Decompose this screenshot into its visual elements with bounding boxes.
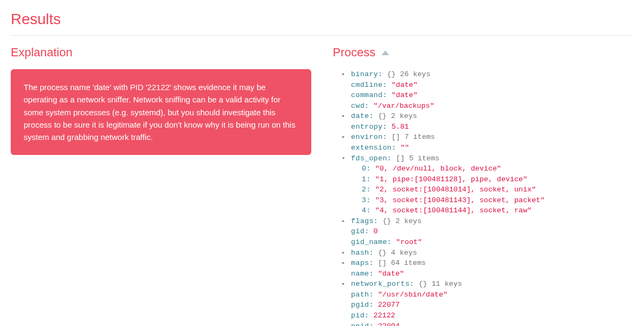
- tree-key: ppid:: [351, 322, 374, 327]
- expand-icon[interactable]: ▸: [340, 218, 347, 226]
- tree-row: extension: "": [333, 143, 633, 153]
- tree-value: "/var/backups": [374, 102, 434, 110]
- tree-key: extension:: [351, 144, 396, 152]
- tree-row: entropy: 5.81: [333, 122, 633, 132]
- tree-key: entropy:: [351, 123, 387, 131]
- tree-key: date:: [351, 112, 374, 120]
- tree-brace: []: [391, 133, 400, 141]
- tree-row: name: "date": [333, 269, 633, 279]
- tree-key: cmdline:: [351, 81, 387, 89]
- tree-row[interactable]: ▸ date: {} 2 keys: [333, 111, 633, 122]
- tree-key: fds_open:: [351, 154, 392, 162]
- tree-brace: {}: [387, 70, 396, 78]
- tree-meta: 4 keys: [391, 249, 418, 257]
- tree-value: "1, pipe:[100481128], pipe, device": [375, 175, 528, 183]
- tree-value: "date": [391, 81, 418, 89]
- tree-key: gid_name:: [351, 238, 392, 246]
- expand-icon[interactable]: ▸: [340, 71, 347, 79]
- tree-meta: 2 keys: [396, 217, 422, 225]
- tree-value: "2, socket:[100481014], socket, unix": [375, 186, 536, 194]
- collapse-icon[interactable]: ▾: [340, 155, 347, 163]
- expand-icon[interactable]: ▸: [340, 260, 347, 268]
- tree-row: pid: 22122: [333, 310, 633, 321]
- explanation-body: The process name 'date' with PID '22122'…: [24, 83, 295, 142]
- tree-key: environ:: [351, 133, 387, 141]
- tree-row: 0: "0, /dev/null, block, device": [333, 164, 633, 174]
- tree-value: 22077: [378, 301, 400, 309]
- tree-value: "": [400, 144, 409, 152]
- tree-brace: []: [378, 259, 386, 267]
- tree-key: network_ports:: [351, 280, 414, 288]
- tree-key: maps:: [351, 259, 374, 267]
- expand-icon[interactable]: ▸: [340, 134, 347, 142]
- process-tree: ▸ binary: {} 26 keys cmdline: "date" com…: [333, 69, 633, 326]
- tree-key: path:: [351, 291, 374, 299]
- tree-key: 2:: [362, 186, 371, 194]
- tree-row[interactable]: ▸ flags: {} 2 keys: [333, 216, 633, 227]
- tree-row: 3: "3, socket:[100481143], socket, packe…: [333, 195, 633, 206]
- tree-key: 3:: [362, 196, 371, 204]
- tree-row: command: "date": [333, 90, 633, 101]
- tree-row: ppid: 22094: [333, 321, 633, 327]
- tree-meta: 26 keys: [400, 70, 430, 78]
- tree-brace: []: [396, 154, 405, 162]
- tree-row[interactable]: ▸ binary: {} 26 keys: [333, 69, 633, 80]
- tree-value: "3, socket:[100481143], socket, packet": [375, 196, 545, 204]
- tree-row[interactable]: ▸ network_ports: {} 11 keys: [333, 279, 633, 290]
- process-heading[interactable]: Process: [333, 46, 633, 60]
- tree-key: hash:: [351, 249, 374, 257]
- process-column: Process ▸ binary: {} 26 keys cmdline: "d…: [333, 46, 633, 326]
- explanation-column: Explanation The process name 'date' with…: [11, 46, 311, 326]
- tree-value: 5.81: [391, 123, 408, 131]
- tree-value: "date": [391, 91, 418, 99]
- tree-row: 4: "4, socket:[100481144], socket, raw": [333, 205, 633, 216]
- page-title: Results: [11, 11, 633, 28]
- tree-row[interactable]: ▾ fds_open: [] 5 items: [333, 153, 633, 164]
- tree-brace: {}: [378, 112, 386, 120]
- tree-key: gid:: [351, 227, 369, 235]
- tree-key: 4:: [362, 206, 371, 214]
- content-columns: Explanation The process name 'date' with…: [11, 46, 633, 326]
- tree-row: gid_name: "root": [333, 237, 633, 248]
- expand-icon[interactable]: ▸: [340, 113, 347, 121]
- tree-row: 1: "1, pipe:[100481128], pipe, device": [333, 174, 633, 185]
- tree-row: 2: "2, socket:[100481014], socket, unix": [333, 184, 633, 195]
- tree-row: gid: 0: [333, 226, 633, 237]
- tree-brace: {}: [378, 249, 386, 257]
- tree-value: 22122: [374, 312, 396, 320]
- tree-value: 22094: [378, 322, 400, 327]
- tree-brace: {}: [383, 217, 391, 225]
- tree-value: "root": [396, 238, 422, 246]
- tree-key: pid:: [351, 312, 369, 320]
- tree-key: 0:: [362, 165, 371, 173]
- tree-key: name:: [351, 270, 374, 278]
- tree-meta: 7 items: [405, 133, 435, 141]
- tree-value: "/usr/sbin/date": [378, 291, 448, 299]
- explanation-alert: The process name 'date' with PID '22122'…: [11, 69, 311, 155]
- explanation-heading: Explanation: [11, 46, 311, 60]
- expand-icon[interactable]: ▸: [340, 249, 347, 257]
- tree-meta: 2 keys: [391, 112, 418, 120]
- tree-key: cwd:: [351, 102, 369, 110]
- tree-row[interactable]: ▸ environ: [] 7 items: [333, 132, 633, 143]
- collapse-up-icon[interactable]: [382, 50, 389, 55]
- process-heading-text: Process: [333, 46, 375, 60]
- tree-meta: 5 items: [409, 154, 440, 162]
- tree-value: "4, socket:[100481144], socket, raw": [375, 206, 532, 214]
- tree-key: 1:: [362, 175, 371, 183]
- tree-row: path: "/usr/sbin/date": [333, 290, 633, 300]
- tree-row: cmdline: "date": [333, 80, 633, 91]
- tree-key: pgid:: [351, 301, 374, 309]
- tree-row[interactable]: ▸ maps: [] 64 items: [333, 258, 633, 269]
- tree-value: "0, /dev/null, block, device": [375, 165, 501, 173]
- tree-row: pgid: 22077: [333, 300, 633, 310]
- divider: [11, 35, 633, 36]
- tree-key: binary:: [351, 70, 383, 78]
- tree-brace: {}: [419, 280, 427, 288]
- tree-value: "date": [378, 270, 404, 278]
- tree-row[interactable]: ▸ hash: {} 4 keys: [333, 248, 633, 258]
- tree-meta: 64 items: [391, 259, 426, 267]
- tree-meta: 11 keys: [431, 280, 462, 288]
- tree-row: cwd: "/var/backups": [333, 101, 633, 112]
- expand-icon[interactable]: ▸: [340, 280, 347, 288]
